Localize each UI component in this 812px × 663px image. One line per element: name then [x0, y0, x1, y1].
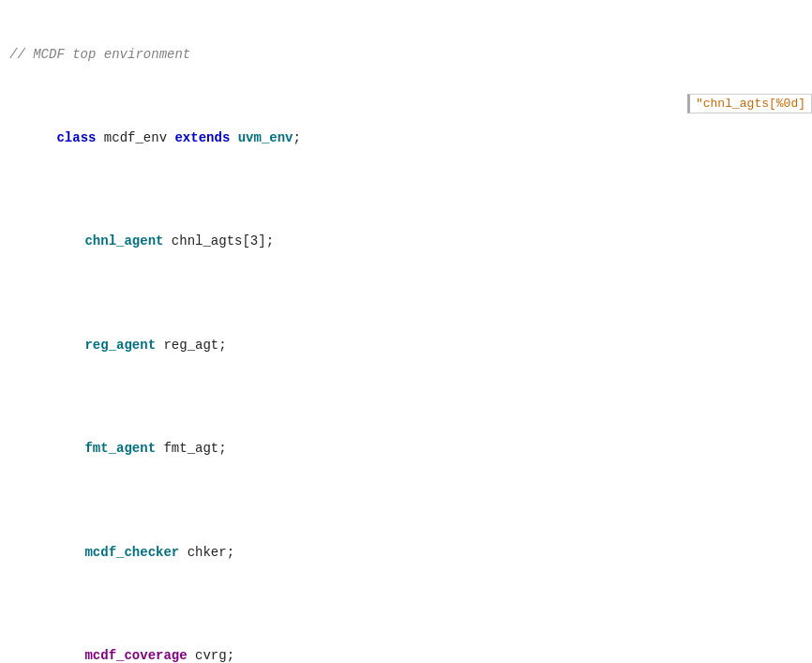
member-1: chnl_agent chnl_agts[3];	[9, 210, 803, 273]
side-hint: "chnl_agts[%0d]	[687, 94, 812, 113]
member-2: reg_agent reg_agt;	[9, 313, 803, 376]
comment-header: // MCDF top environment	[9, 44, 803, 65]
member-3: fmt_agent fmt_agt;	[9, 417, 803, 480]
side-hint-text: "chnl_agts[%0d]	[696, 97, 805, 111]
member-4: mcdf_checker chker;	[9, 520, 803, 583]
member-5: mcdf_coverage cvrg;	[9, 625, 803, 663]
kw-class: class	[56, 130, 103, 145]
class-name: mcdf_env	[104, 130, 175, 145]
kw-extends: extends	[174, 130, 237, 145]
code-container: // MCDF top environment class mcdf_env e…	[0, 0, 812, 663]
class-line: class mcdf_env extends uvm_env;	[9, 106, 803, 169]
base-class: uvm_env	[238, 130, 293, 145]
